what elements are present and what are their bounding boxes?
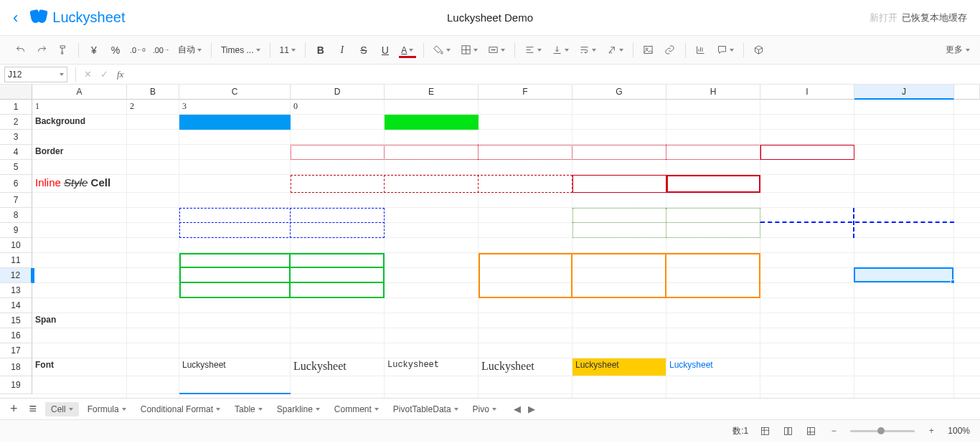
- v-align-button[interactable]: [547, 40, 573, 60]
- cell-A15[interactable]: Span: [32, 313, 127, 328]
- formula-input[interactable]: [128, 67, 980, 82]
- cell-C18[interactable]: Luckysheet: [179, 358, 291, 376]
- col-header-B[interactable]: B: [127, 85, 179, 100]
- col-header-C[interactable]: C: [179, 85, 291, 100]
- currency-button[interactable]: ¥: [84, 40, 104, 60]
- row-header-19[interactable]: 19: [0, 376, 32, 394]
- column-headers[interactable]: ABCDEFGHIJ: [32, 85, 980, 100]
- sheet-tab-pivottabledata[interactable]: PivotTableData: [387, 402, 464, 416]
- sheet-tab-cell[interactable]: Cell: [45, 402, 79, 416]
- zoom-out-button[interactable]: −: [827, 424, 840, 437]
- row-header-17[interactable]: 17: [0, 343, 32, 358]
- cancel-formula-icon[interactable]: ✕: [80, 69, 96, 80]
- row-header-5[interactable]: 5: [0, 160, 32, 175]
- text-color-button[interactable]: A: [397, 40, 418, 60]
- sheet-tab-table[interactable]: Table: [229, 402, 268, 416]
- spreadsheet-grid[interactable]: ABCDEFGHIJ 12345678910111213141516171819…: [0, 85, 980, 398]
- cell-C1[interactable]: 3: [179, 100, 291, 115]
- row-header-8[interactable]: 8: [0, 208, 32, 223]
- add-sheet-button[interactable]: +: [7, 401, 21, 416]
- col-header-F[interactable]: F: [479, 85, 573, 100]
- insert-chart-button[interactable]: [691, 40, 711, 60]
- plugins-button[interactable]: [749, 40, 769, 60]
- sheet-tab-conditional-format[interactable]: Conditional Format: [135, 402, 226, 416]
- col-header-D[interactable]: D: [291, 85, 385, 100]
- cell-G18[interactable]: Luckysheet: [573, 358, 666, 376]
- fill-color-button[interactable]: [429, 40, 455, 60]
- view-normal-icon[interactable]: [758, 424, 771, 437]
- cell-A2[interactable]: Background: [32, 115, 127, 130]
- zoom-in-button[interactable]: +: [925, 424, 938, 437]
- paint-format-button[interactable]: [53, 40, 73, 60]
- font-family-dropdown[interactable]: Times ...: [217, 40, 265, 60]
- row-header-9[interactable]: 9: [0, 223, 32, 238]
- cell-D1[interactable]: 0: [291, 100, 385, 115]
- increase-decimal-button[interactable]: .00→: [150, 40, 172, 60]
- cell-D18[interactable]: Luckysheet: [291, 358, 385, 376]
- row-header-4[interactable]: 4: [0, 145, 32, 160]
- row-header-3[interactable]: 3: [0, 130, 32, 145]
- col-header-A[interactable]: A: [32, 85, 127, 100]
- col-header-I[interactable]: I: [760, 85, 854, 100]
- col-header-E[interactable]: E: [385, 85, 479, 100]
- text-wrap-button[interactable]: [575, 40, 600, 60]
- col-header-G[interactable]: G: [573, 85, 666, 100]
- row-headers[interactable]: 12345678910111213141516171819: [0, 100, 32, 394]
- font-size-dropdown[interactable]: 11: [275, 40, 300, 60]
- cell-A1[interactable]: 1: [32, 100, 127, 115]
- text-rotate-button[interactable]: A: [602, 40, 628, 60]
- borders-button[interactable]: [456, 40, 482, 60]
- all-sheets-button[interactable]: ≡: [27, 401, 40, 416]
- sheet-tab-comment[interactable]: Comment: [329, 402, 385, 416]
- row-header-2[interactable]: 2: [0, 115, 32, 130]
- h-align-button[interactable]: [520, 40, 546, 60]
- cell-F18[interactable]: Luckysheet: [479, 358, 573, 376]
- more-button[interactable]: 更多: [946, 44, 970, 56]
- cell-E18[interactable]: Luckysheet: [385, 358, 479, 376]
- italic-button[interactable]: I: [332, 40, 352, 60]
- row-header-16[interactable]: 16: [0, 328, 32, 343]
- cell-B1[interactable]: 2: [127, 100, 179, 115]
- percent-button[interactable]: %: [105, 40, 126, 60]
- view-break-icon[interactable]: [804, 424, 817, 437]
- insert-link-button[interactable]: [660, 40, 680, 60]
- sheet-next-button[interactable]: ▶: [528, 404, 535, 414]
- row-header-14[interactable]: 14: [0, 298, 32, 313]
- insert-image-button[interactable]: [639, 40, 659, 60]
- comment-button[interactable]: [712, 40, 738, 60]
- document-title[interactable]: Luckysheet Demo: [447, 11, 533, 24]
- underline-button[interactable]: U: [375, 40, 395, 60]
- cell-A6[interactable]: Inline Style Cell: [32, 175, 127, 193]
- cell-H18[interactable]: Luckysheet: [666, 358, 760, 376]
- cell-A18[interactable]: Font: [32, 358, 127, 376]
- undo-button[interactable]: [10, 40, 30, 60]
- back-button[interactable]: ‹: [13, 9, 18, 27]
- accept-formula-icon[interactable]: ✓: [96, 69, 113, 80]
- strikethrough-button[interactable]: S: [354, 40, 374, 60]
- cell-A4[interactable]: Border: [32, 145, 127, 160]
- redo-button[interactable]: [32, 40, 52, 60]
- row-header-7[interactable]: 7: [0, 193, 32, 208]
- row-header-18[interactable]: 18: [0, 358, 32, 376]
- decrease-decimal-button[interactable]: .0←0: [127, 40, 149, 60]
- row-header-13[interactable]: 13: [0, 283, 32, 298]
- row-header-10[interactable]: 10: [0, 238, 32, 253]
- row-header-12[interactable]: 12: [0, 268, 32, 283]
- row-header-15[interactable]: 15: [0, 313, 32, 328]
- select-all-corner[interactable]: [0, 85, 32, 100]
- row-header-6[interactable]: 6: [0, 175, 32, 193]
- merge-cells-button[interactable]: [484, 40, 509, 60]
- col-header-J[interactable]: J: [854, 85, 954, 100]
- zoom-slider[interactable]: [850, 430, 915, 432]
- number-format-dropdown[interactable]: 自动: [174, 40, 206, 60]
- sheet-tab-pivo[interactable]: Pivo: [467, 402, 502, 416]
- row-header-11[interactable]: 11: [0, 253, 32, 268]
- name-box[interactable]: J12: [4, 67, 67, 82]
- sheet-tab-sparkline[interactable]: Sparkline: [271, 402, 326, 416]
- view-page-icon[interactable]: [781, 424, 794, 437]
- sheet-prev-button[interactable]: ◀: [514, 404, 521, 414]
- bold-button[interactable]: B: [311, 40, 331, 60]
- col-header-H[interactable]: H: [666, 85, 760, 100]
- row-header-1[interactable]: 1: [0, 100, 32, 115]
- sheet-tab-formula[interactable]: Formula: [82, 402, 132, 416]
